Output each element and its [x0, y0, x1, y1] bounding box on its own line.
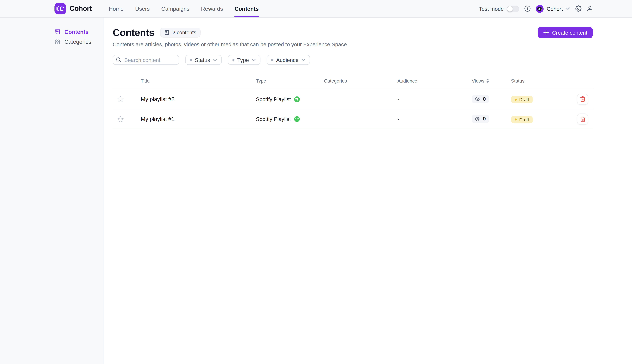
- favorite-star-button[interactable]: [117, 96, 124, 102]
- logo-icon: C: [54, 3, 66, 14]
- chevron-down-icon: [213, 59, 217, 61]
- chevron-down-icon: [302, 59, 306, 61]
- search-box: [112, 55, 179, 65]
- status-badge: Draft: [511, 96, 533, 103]
- chevron-down-icon: [252, 59, 256, 61]
- status-dot-icon: [515, 118, 517, 120]
- contents-icon: [54, 29, 61, 35]
- content-count-badge: 2 contents: [160, 28, 201, 38]
- gear-icon: [575, 5, 581, 12]
- content-type: Spotify Playlist: [256, 116, 291, 122]
- nav-item-rewards[interactable]: Rewards: [201, 0, 223, 17]
- table-row[interactable]: My playlist #1 Spotify Playlist -: [112, 109, 593, 129]
- column-header-audience: Audience: [398, 78, 472, 83]
- user-icon: [586, 5, 593, 12]
- filter-type-dropdown[interactable]: Type: [228, 55, 260, 65]
- info-button[interactable]: [524, 5, 531, 12]
- filter-dot-icon: [232, 59, 234, 61]
- primary-nav: Home Users Campaigns Rewards Contents: [109, 0, 258, 17]
- nav-item-campaigns[interactable]: Campaigns: [161, 0, 190, 17]
- status-label: Draft: [519, 97, 529, 102]
- search-icon: [116, 57, 121, 62]
- org-avatar-icon: C: [536, 5, 544, 13]
- content-audience: -: [398, 116, 472, 122]
- column-header-categories: Categories: [324, 78, 398, 83]
- chevron-down-icon: [566, 8, 570, 10]
- content-type: Spotify Playlist: [256, 96, 291, 102]
- test-mode-toggle[interactable]: [507, 6, 520, 12]
- filter-type-label: Type: [237, 57, 249, 63]
- spotify-icon: [294, 96, 300, 102]
- column-header-status: Status: [511, 78, 577, 83]
- delete-content-button[interactable]: [577, 114, 588, 124]
- org-switcher[interactable]: C Cohort: [536, 5, 570, 13]
- contents-table: Title Type Categories Audience Views: [112, 73, 593, 129]
- content-audience: -: [398, 96, 472, 102]
- sidebar-item-contents[interactable]: Contents: [0, 27, 104, 37]
- table-header-row: Title Type Categories Audience Views: [112, 73, 593, 89]
- nav-item-users[interactable]: Users: [135, 0, 150, 17]
- views-pill: 0: [472, 95, 489, 103]
- create-content-button[interactable]: Create content: [538, 27, 593, 38]
- filter-status-label: Status: [195, 57, 210, 63]
- settings-button[interactable]: [575, 5, 581, 12]
- status-badge: Draft: [511, 116, 533, 123]
- column-header-views: Views: [472, 78, 484, 83]
- trash-icon: [580, 96, 586, 102]
- page-description: Contents are articles, photos, videos or…: [112, 41, 593, 48]
- eye-icon: [475, 96, 480, 102]
- star-icon: [117, 116, 124, 122]
- page-title: Contents: [112, 27, 154, 38]
- trash-icon: [580, 116, 586, 122]
- content-title[interactable]: My playlist #2: [141, 96, 256, 102]
- top-navbar: C Cohort Home Users Campaigns Rewards Co…: [0, 0, 632, 18]
- org-name: Cohort: [547, 6, 563, 12]
- views-count: 0: [483, 116, 486, 122]
- filters-bar: Status Type Audience: [112, 55, 593, 65]
- favorite-star-button[interactable]: [117, 116, 124, 122]
- brand-logo[interactable]: C Cohort: [54, 0, 92, 17]
- content-count-label: 2 contents: [172, 30, 196, 36]
- svg-text:C: C: [539, 7, 542, 11]
- spotify-icon: [294, 116, 300, 122]
- account-button[interactable]: [586, 5, 593, 12]
- content-title[interactable]: My playlist #1: [141, 116, 256, 122]
- filter-status-dropdown[interactable]: Status: [185, 55, 222, 65]
- delete-content-button[interactable]: [577, 94, 588, 105]
- sidebar-item-label: Categories: [64, 38, 91, 45]
- search-input[interactable]: [112, 55, 179, 65]
- brand-name: Cohort: [70, 4, 92, 13]
- info-icon: [524, 5, 531, 12]
- filter-audience-dropdown[interactable]: Audience: [267, 55, 310, 65]
- contents-icon: [164, 30, 170, 36]
- column-header-title: Title: [141, 78, 256, 83]
- star-icon: [117, 96, 124, 102]
- create-content-label: Create content: [552, 30, 587, 36]
- nav-item-home[interactable]: Home: [109, 0, 124, 17]
- toggle-knob: [508, 6, 513, 11]
- status-label: Draft: [519, 117, 529, 122]
- main-content: Contents 2 contents Creat: [104, 18, 632, 364]
- column-header-type: Type: [256, 78, 324, 83]
- nav-item-contents[interactable]: Contents: [234, 0, 259, 17]
- sidebar: Contents Categories: [0, 18, 104, 364]
- views-count: 0: [483, 96, 486, 102]
- categories-icon: [54, 38, 61, 45]
- eye-icon: [475, 116, 480, 122]
- sidebar-item-label: Contents: [64, 29, 88, 35]
- sort-icon[interactable]: [486, 78, 490, 83]
- plus-icon: [543, 30, 549, 36]
- views-pill: 0: [472, 115, 489, 123]
- table-row[interactable]: My playlist #2 Spotify Playlist -: [112, 89, 593, 109]
- filter-dot-icon: [271, 59, 273, 61]
- svg-text:C: C: [59, 5, 64, 12]
- test-mode-label: Test mode: [479, 6, 504, 12]
- sidebar-item-categories[interactable]: Categories: [0, 37, 104, 47]
- filter-audience-label: Audience: [276, 57, 298, 63]
- status-dot-icon: [515, 98, 517, 100]
- app-window: C Cohort Home Users Campaigns Rewards Co…: [0, 0, 632, 364]
- filter-dot-icon: [190, 59, 192, 61]
